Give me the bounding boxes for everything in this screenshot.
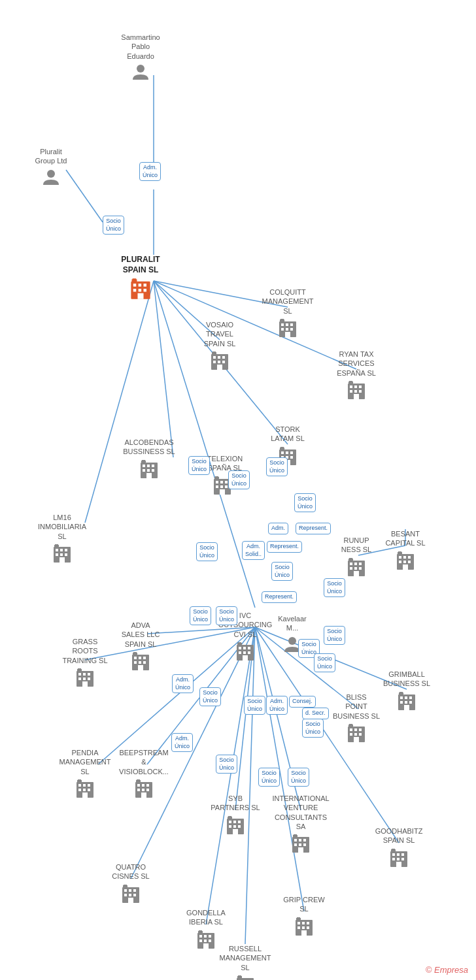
node-pluralit_spain[interactable]: PLURALIT SPAIN SL bbox=[114, 255, 167, 301]
node-quatro_cisnes[interactable]: QUATRO CISNES SL bbox=[105, 862, 157, 904]
svg-rect-191 bbox=[146, 784, 149, 787]
node-syb_partners[interactable]: SYB PARTNERS SL bbox=[209, 794, 262, 836]
node-label-vosaio: VOSAIO TRAVEL SPAIN SL bbox=[204, 320, 236, 348]
svg-rect-235 bbox=[128, 898, 133, 903]
svg-rect-133 bbox=[248, 651, 250, 654]
svg-point-25 bbox=[137, 65, 144, 73]
svg-rect-36 bbox=[133, 278, 137, 280]
node-icon-colquitt bbox=[277, 318, 298, 338]
svg-line-22 bbox=[245, 627, 255, 944]
node-russell[interactable]: RUSSELL MANAGEMENT SL bbox=[219, 944, 271, 980]
svg-rect-210 bbox=[299, 839, 301, 841]
svg-rect-165 bbox=[404, 705, 409, 710]
node-icon-bliss_point bbox=[346, 723, 367, 743]
svg-rect-136 bbox=[238, 642, 241, 644]
svg-rect-94 bbox=[220, 489, 225, 495]
node-grimball[interactable]: GRIMBALL BUSINESS SL bbox=[381, 670, 433, 711]
svg-rect-123 bbox=[359, 567, 362, 570]
svg-rect-109 bbox=[403, 556, 406, 559]
node-bliss_point[interactable]: BLISS POINT BUSINESS SL bbox=[330, 693, 382, 743]
svg-rect-106 bbox=[55, 544, 58, 546]
badge-20: SocioÚnico bbox=[199, 687, 221, 706]
svg-rect-267 bbox=[238, 975, 241, 977]
svg-rect-88 bbox=[216, 481, 218, 483]
svg-rect-61 bbox=[350, 390, 352, 393]
svg-rect-205 bbox=[233, 829, 238, 834]
svg-rect-46 bbox=[212, 351, 216, 353]
node-grass_roots[interactable]: GRASS ROOTS TRAINING SL bbox=[59, 637, 111, 688]
svg-line-9 bbox=[85, 281, 154, 523]
svg-rect-207 bbox=[228, 816, 231, 817]
badge-13: SocioÚnico bbox=[190, 606, 211, 625]
node-pendia[interactable]: PENDIA MANAGEMENT SL bbox=[59, 748, 111, 799]
svg-rect-245 bbox=[203, 943, 209, 949]
svg-rect-101 bbox=[56, 553, 58, 556]
node-label-kavelaar: Kavelaar M... bbox=[278, 614, 306, 633]
svg-rect-84 bbox=[146, 473, 152, 478]
svg-rect-51 bbox=[281, 328, 284, 331]
svg-rect-162 bbox=[400, 701, 403, 704]
svg-rect-197 bbox=[137, 779, 140, 781]
svg-rect-91 bbox=[216, 485, 218, 488]
svg-rect-66 bbox=[349, 381, 352, 382]
svg-rect-114 bbox=[403, 564, 408, 570]
badge-18: SocioÚnico bbox=[314, 653, 335, 672]
node-label-sammartino: Sammartino Pablo Eduardo bbox=[121, 33, 160, 61]
node-label-alcobendas: ALCOBENDAS BUSSINESS SL bbox=[123, 438, 175, 457]
svg-rect-147 bbox=[78, 668, 81, 670]
svg-rect-43 bbox=[222, 361, 225, 363]
node-lm16[interactable]: LM16 INMOBILIARIA SL bbox=[36, 513, 88, 564]
badge-8: Adm.Solid.. bbox=[242, 541, 265, 560]
svg-rect-177 bbox=[349, 724, 352, 725]
node-icon-pendia bbox=[75, 778, 95, 799]
svg-rect-187 bbox=[78, 779, 81, 781]
node-intl_venture[interactable]: INTERNATIONAL VENTURE CONSULTANTS SA bbox=[275, 794, 327, 854]
node-adva_sales[interactable]: ADVA SALES LLC SPAIN SL bbox=[114, 621, 167, 672]
node-icon-grip_crew bbox=[294, 916, 314, 937]
node-beeps_visio[interactable]: BEEPSTREAM & VISIOBLOCK... bbox=[118, 748, 170, 799]
svg-rect-250 bbox=[302, 922, 305, 924]
node-colquitt[interactable]: COLQUITT MANAGEMENT SL bbox=[262, 287, 314, 338]
node-icon-ivc bbox=[235, 641, 256, 662]
svg-rect-56 bbox=[280, 319, 284, 320]
svg-rect-30 bbox=[144, 284, 147, 287]
svg-rect-126 bbox=[349, 558, 352, 559]
svg-rect-29 bbox=[139, 284, 142, 287]
svg-rect-50 bbox=[290, 323, 293, 326]
node-vosaio[interactable]: VOSAIO TRAVEL SPAIN SL bbox=[194, 320, 246, 371]
svg-rect-195 bbox=[141, 792, 146, 798]
node-label-quatro_cisnes: QUATRO CISNES SL bbox=[112, 862, 149, 881]
badge-2: SocioÚnico bbox=[188, 456, 210, 475]
node-besant[interactable]: BESANT CAPITAL SL bbox=[379, 529, 432, 571]
svg-rect-140 bbox=[83, 673, 86, 676]
node-label-intl_venture: INTERNATIONAL VENTURE CONSULTANTS SA bbox=[272, 794, 329, 831]
node-icon-lm16 bbox=[52, 543, 73, 564]
svg-rect-241 bbox=[209, 935, 211, 938]
svg-rect-131 bbox=[239, 651, 241, 654]
node-runup[interactable]: RUNUP NESS SL bbox=[330, 536, 382, 578]
svg-rect-169 bbox=[350, 728, 352, 731]
svg-rect-32 bbox=[139, 289, 142, 292]
svg-rect-223 bbox=[397, 858, 400, 860]
svg-rect-129 bbox=[243, 647, 246, 649]
node-grip_crew[interactable]: GRIP CREW SL bbox=[278, 895, 330, 937]
node-pluralit_group[interactable]: Pluralit Group Ltd bbox=[25, 147, 77, 186]
node-goodhabitz[interactable]: GOODHABITZ SPAIN SL bbox=[373, 826, 425, 868]
svg-rect-31 bbox=[133, 289, 137, 292]
svg-rect-44 bbox=[217, 365, 222, 370]
node-sammartino[interactable]: Sammartino Pablo Eduardo bbox=[114, 33, 167, 81]
svg-rect-211 bbox=[303, 839, 306, 841]
node-alcobendas[interactable]: ALCOBENDAS BUSSINESS SL bbox=[123, 438, 175, 480]
svg-rect-249 bbox=[298, 922, 300, 924]
node-label-lm16: LM16 INMOBILIARIA SL bbox=[38, 513, 86, 541]
svg-rect-130 bbox=[248, 647, 250, 649]
svg-rect-240 bbox=[204, 935, 207, 938]
svg-rect-99 bbox=[60, 549, 63, 551]
svg-rect-194 bbox=[146, 789, 149, 791]
svg-rect-64 bbox=[354, 394, 359, 399]
svg-rect-124 bbox=[354, 571, 359, 576]
node-label-pluralit_spain: PLURALIT SPAIN SL bbox=[121, 255, 160, 275]
svg-rect-185 bbox=[82, 792, 88, 798]
node-ryan_tax[interactable]: RYAN TAX SERVICES ESPAÑA SL bbox=[330, 350, 382, 400]
node-label-goodhabitz: GOODHABITZ SPAIN SL bbox=[375, 826, 423, 845]
